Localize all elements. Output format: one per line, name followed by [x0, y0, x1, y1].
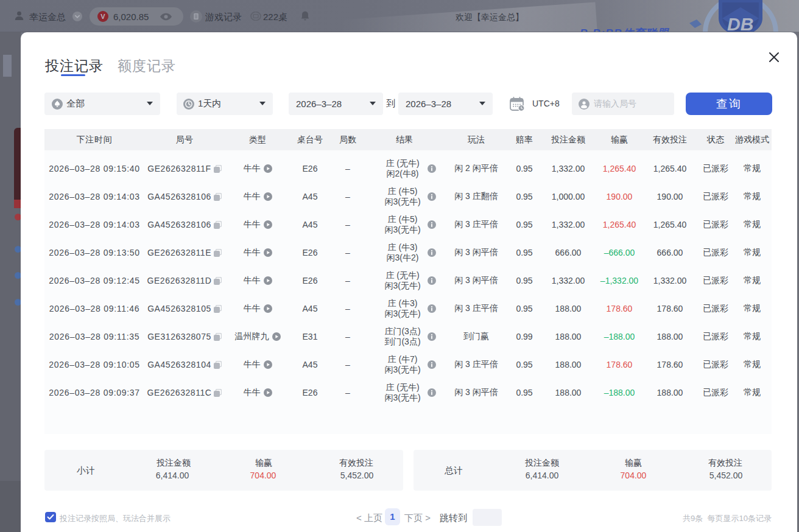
- svg-text:DB: DB: [727, 14, 753, 32]
